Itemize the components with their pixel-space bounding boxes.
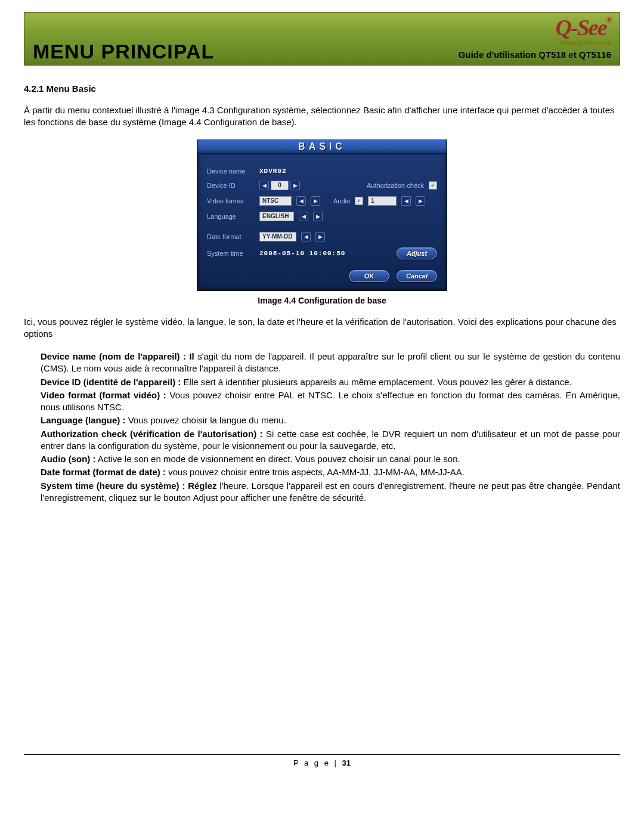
audio-channel-value[interactable]: 1 (368, 196, 397, 206)
page-label: P a g e | (293, 758, 338, 767)
header-banner: Q-See® www.Q-See.com MENU PRINCIPAL Guid… (24, 12, 620, 66)
device-id-stepper: ◀ 0 ▶ (259, 181, 300, 190)
def-text: Vous pouvez choisir la langue du menu. (126, 415, 286, 425)
def-date-format: Date format (format de date) : vous pouv… (41, 466, 620, 478)
dvr-title: BASIC (298, 141, 346, 151)
def-system-time: System time (heure du système) : Réglez … (41, 480, 620, 504)
date-format-right-icon[interactable]: ▶ (315, 232, 325, 241)
def-term: System time (heure du système) : Réglez (41, 481, 217, 491)
intro-paragraph: À partir du menu contextuel illustré à l… (24, 104, 620, 129)
video-format-left-icon[interactable]: ◀ (296, 196, 306, 206)
ok-button[interactable]: OK (349, 270, 389, 282)
def-language: Language (langue) : Vous pouvez choisir … (41, 414, 620, 426)
value-device-name[interactable]: XDVR02 (259, 168, 287, 175)
date-format-value[interactable]: YY-MM-DD (259, 232, 296, 241)
audio-checkbox[interactable]: ✓ (355, 197, 363, 205)
def-text: Active le son en mode de visionnement en… (95, 454, 460, 464)
def-term: Device name (nom de l'appareil) : Il (41, 351, 194, 361)
def-text: vous pouvez choisir entre trois aspects,… (166, 467, 465, 477)
logo-url: www.Q-See.com (556, 39, 611, 46)
label-language: Language (207, 213, 255, 220)
def-auth-check: Authorization check (vérification de l'a… (41, 428, 620, 453)
label-auth-check: Authorization check (367, 182, 424, 189)
video-format-value[interactable]: NTSC (259, 196, 292, 206)
row-device-id: Device ID ◀ 0 ▶ Authorization check ✓ (207, 181, 437, 190)
date-format-left-icon[interactable]: ◀ (301, 232, 311, 241)
logo-block: Q-See® www.Q-See.com (556, 16, 611, 46)
page-title: MENU PRINCIPAL (33, 41, 214, 61)
audio-right-icon[interactable]: ▶ (416, 196, 425, 206)
def-term: Audio (son) : (41, 454, 95, 464)
figure-wrap: BASIC Device name XDVR02 Device ID ◀ 0 ▶ (24, 140, 620, 291)
def-device-id: Device ID (identité de l'appareil) : Ell… (41, 376, 620, 388)
def-term: Language (langue) : (41, 415, 126, 425)
dvr-body: Device name XDVR02 Device ID ◀ 0 ▶ Autho… (197, 154, 447, 290)
auth-check-checkbox[interactable]: ✓ (429, 181, 437, 190)
after-figure-paragraph: Ici, vous pouvez régler le système vidéo… (24, 316, 620, 340)
figure-caption: Image 4.4 Configuration de base (24, 296, 620, 305)
document-content: 4.2.1 Menu Basic À partir du menu contex… (24, 66, 620, 504)
logo-text: Q-See® (556, 16, 611, 39)
cancel-button[interactable]: Cancel (397, 270, 437, 282)
definitions-block: Device name (nom de l'appareil) : Il s'a… (24, 351, 620, 504)
video-format-right-icon[interactable]: ▶ (311, 196, 320, 206)
def-audio: Audio (son) : Active le son en mode de v… (41, 453, 620, 465)
def-term: Date format (format de date) : (41, 467, 166, 477)
dvr-basic-panel: BASIC Device name XDVR02 Device ID ◀ 0 ▶ (197, 140, 447, 291)
def-text: Elle sert à identifier plusieurs apparei… (181, 377, 571, 387)
label-device-id: Device ID (207, 182, 255, 189)
dvr-titlebar: BASIC (197, 140, 447, 154)
def-term: Video format (format vidéo) : (41, 390, 166, 400)
device-id-value[interactable]: 0 (271, 181, 289, 190)
logo-name: Q-See (556, 15, 606, 40)
row-system-time: System time 2008-05-10 10:00:50 Adjust (207, 247, 437, 259)
system-time-value[interactable]: 2008-05-10 10:00:50 (259, 250, 345, 257)
language-left-icon[interactable]: ◀ (299, 212, 308, 221)
adjust-button[interactable]: Adjust (397, 247, 437, 259)
page-subtitle: Guide d'utilisation QT518 et QT5116 (459, 49, 611, 60)
def-term: Device ID (identité de l'appareil) : (41, 377, 181, 387)
label-device-name: Device name (207, 168, 255, 175)
language-value[interactable]: ENGLISH (259, 212, 294, 221)
def-video-format: Video format (format vidéo) : Vous pouve… (41, 389, 620, 414)
section-heading: 4.2.1 Menu Basic (24, 83, 620, 94)
label-audio: Audio (333, 197, 350, 205)
page-footer: P a g e | 31 (24, 754, 620, 767)
page-number: 31 (342, 758, 351, 767)
label-date-format: Date format (207, 233, 255, 240)
def-term: Authorization check (vérification de l'a… (41, 429, 263, 439)
dvr-button-row: OK Cancel (207, 270, 437, 282)
def-device-name: Device name (nom de l'appareil) : Il s'a… (41, 351, 620, 375)
audio-left-icon[interactable]: ◀ (401, 196, 411, 206)
label-video-format: Video format (207, 197, 255, 205)
row-video-format: Video format NTSC ◀ ▶ Audio ✓ 1 ◀ ▶ (207, 196, 437, 206)
logo-registered: ® (606, 16, 611, 24)
device-id-left-icon[interactable]: ◀ (259, 181, 269, 190)
row-language: Language ENGLISH ◀ ▶ (207, 212, 437, 221)
label-system-time: System time (207, 250, 255, 257)
device-id-right-icon[interactable]: ▶ (290, 181, 300, 190)
language-right-icon[interactable]: ▶ (313, 212, 323, 221)
row-date-format: Date format YY-MM-DD ◀ ▶ (207, 232, 437, 241)
row-device-name: Device name XDVR02 (207, 168, 437, 175)
